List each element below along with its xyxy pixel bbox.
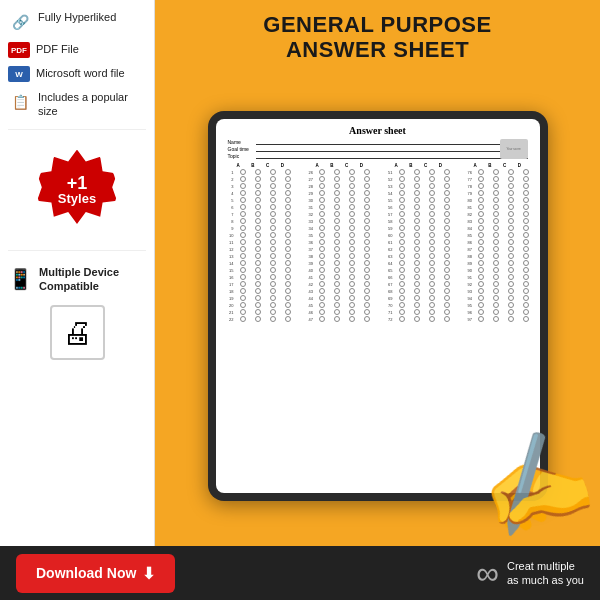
print-icon-box: 🖨 xyxy=(50,305,105,360)
feature-hyperlinked-text: Fully Hyperliked xyxy=(38,10,116,24)
score-box: Your score xyxy=(500,139,528,159)
styles-badge: +1 Styles xyxy=(37,150,117,230)
word-icon: W xyxy=(8,66,30,82)
device-compatible-section: 📱 Multiple Device Compatible xyxy=(8,265,146,294)
grid-row: 8335883 xyxy=(222,218,534,224)
infinity-icon: ∞ xyxy=(476,555,499,592)
grid-row: 11366186 xyxy=(222,239,534,245)
infinity-section: ∞ Creat multiple as much as you xyxy=(476,555,584,592)
grid-header: ABCD ABCD ABCD ABCD xyxy=(222,163,534,168)
bottom-bar: Download Now ⬇ ∞ Creat multiple as much … xyxy=(0,546,600,600)
pdf-icon: PDF xyxy=(8,42,30,58)
grid-row: 22477297 xyxy=(222,316,534,322)
link-icon: 🔗 xyxy=(8,10,32,34)
grid-row: 5305580 xyxy=(222,197,534,203)
grid-row: 6315681 xyxy=(222,204,534,210)
grid-row: 20457095 xyxy=(222,302,534,308)
grid-row: 7325782 xyxy=(222,211,534,217)
grid-row: 18436893 xyxy=(222,288,534,294)
feature-pdf-text: PDF File xyxy=(36,42,79,56)
grid-row: 4295479 xyxy=(222,190,534,196)
answer-sheet-title: Answer sheet xyxy=(220,125,536,136)
printer-icon: 🖨 xyxy=(62,316,92,350)
feature-includes: 📋 Includes a popular size xyxy=(8,90,146,119)
device-icon: 📱 xyxy=(8,267,33,291)
score-label: Your score xyxy=(506,147,520,151)
size-icon: 📋 xyxy=(8,90,32,114)
tablet-container: Answer sheet Your score Name Goal time xyxy=(155,71,600,547)
grid-row: 13386388 xyxy=(222,253,534,259)
grid-row: 16416691 xyxy=(222,274,534,280)
badge-plus: +1 xyxy=(67,174,88,192)
download-icon: ⬇ xyxy=(142,564,155,583)
grid-row: 14396489 xyxy=(222,260,534,266)
topic-field: Topic xyxy=(228,153,528,159)
page-title: GENERAL PURPOSE ANSWER SHEET xyxy=(171,12,584,63)
name-field: Name xyxy=(228,139,528,145)
grid-row: 3285378 xyxy=(222,183,534,189)
fields-section: Name Goal time Topic xyxy=(220,139,536,159)
grid-row: 19446994 xyxy=(222,295,534,301)
infinity-text: Creat multiple as much as you xyxy=(507,559,584,588)
badge-styles-label: Styles xyxy=(58,192,96,205)
answer-grid: ABCD ABCD ABCD ABCD 12651762275277328537… xyxy=(220,163,536,322)
page-header: GENERAL PURPOSE ANSWER SHEET xyxy=(155,0,600,71)
right-main: GENERAL PURPOSE ANSWER SHEET Answer shee… xyxy=(155,0,600,546)
grid-row: 2275277 xyxy=(222,176,534,182)
grid-row: 17426792 xyxy=(222,281,534,287)
device-compatible-text: Multiple Device Compatible xyxy=(39,265,146,294)
grid-row: 12376287 xyxy=(222,246,534,252)
grid-row: 10356085 xyxy=(222,232,534,238)
feature-hyperlinked: 🔗 Fully Hyperliked xyxy=(8,10,146,34)
feature-word-text: Microsoft word file xyxy=(36,66,125,80)
left-sidebar: 🔗 Fully Hyperliked PDF PDF File W Micros… xyxy=(0,0,155,546)
grid-row: 15406590 xyxy=(222,267,534,273)
feature-includes-text: Includes a popular size xyxy=(38,90,146,119)
goal-time-field: Goal time xyxy=(228,146,528,152)
grid-row: 1265176 xyxy=(222,169,534,175)
feature-word: W Microsoft word file xyxy=(8,66,146,82)
feature-pdf: PDF PDF File xyxy=(8,42,146,58)
download-label: Download Now xyxy=(36,565,136,581)
grid-row: 21467196 xyxy=(222,309,534,315)
download-button[interactable]: Download Now ⬇ xyxy=(16,554,175,593)
grid-row: 9345984 xyxy=(222,225,534,231)
tablet-screen: Answer sheet Your score Name Goal time xyxy=(216,119,540,493)
